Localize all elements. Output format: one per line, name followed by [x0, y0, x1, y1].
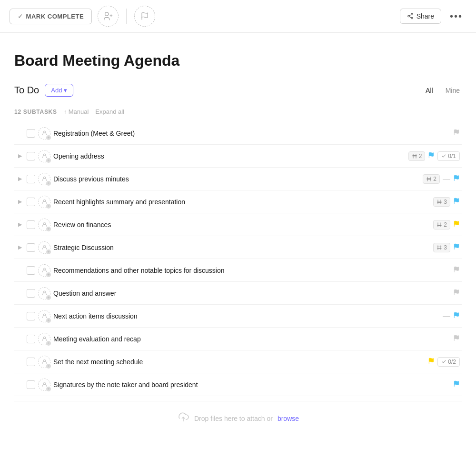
assignee-icon[interactable]	[38, 173, 50, 185]
expand-arrow[interactable]: ▶	[16, 244, 24, 250]
subtask-count-badge: 2	[433, 220, 450, 229]
add-label: Add	[51, 87, 62, 94]
flag-button[interactable]	[134, 6, 155, 27]
assignee-icon[interactable]	[38, 219, 50, 231]
task-row: ▶Review on finances 2	[14, 213, 462, 236]
flag-icon	[140, 12, 149, 20]
assignee-icon[interactable]	[38, 310, 50, 322]
assignee-icon[interactable]	[38, 150, 50, 162]
task-row: ▶Recommendations and other notable topic…	[14, 259, 462, 282]
task-name: Set the next meeting schedule	[53, 358, 425, 366]
add-button[interactable]: Add ▾	[45, 84, 73, 97]
task-row: ▶Meeting evaluation and recap	[14, 328, 462, 350]
task-checkbox[interactable]	[27, 220, 35, 229]
filter-mine-button[interactable]: Mine	[444, 86, 462, 95]
svg-line-7	[409, 17, 411, 18]
flag-icon	[453, 220, 460, 229]
expand-arrow[interactable]: ▶	[16, 199, 24, 205]
flag-icon	[453, 266, 460, 275]
sort-arrow-icon: ↑	[64, 109, 67, 115]
page-title: Board Meeting Agenda	[14, 52, 462, 70]
task-name: Recent highlights summary and presentati…	[53, 198, 430, 206]
browse-link[interactable]: browse	[278, 415, 299, 422]
flag-icon	[453, 243, 460, 252]
task-name: Strategic Discussion	[53, 244, 430, 251]
expand-all-button[interactable]: Expand all	[95, 108, 124, 115]
flag-icon	[453, 289, 460, 298]
svg-point-0	[105, 12, 109, 16]
task-name: Next action items discussion	[53, 312, 440, 320]
task-name: Opening address	[53, 152, 406, 160]
dash-icon: —	[443, 312, 450, 320]
dash-icon: —	[443, 175, 450, 183]
task-checkbox[interactable]	[27, 175, 35, 183]
task-checkbox[interactable]	[27, 358, 35, 366]
task-row: ▶Signatures by the note taker and board …	[14, 373, 462, 396]
task-row: ▶Recent highlights summary and presentat…	[14, 190, 462, 213]
flag-icon	[453, 129, 460, 138]
sort-label: Manual	[69, 108, 89, 115]
task-checkbox[interactable]	[27, 243, 35, 252]
task-checkbox[interactable]	[27, 152, 35, 160]
assignee-icon[interactable]	[38, 379, 50, 391]
task-checkbox[interactable]	[27, 289, 35, 298]
toolbar-right: Share •••	[400, 9, 466, 24]
section-header: To Do Add ▾ All Mine	[14, 84, 462, 97]
share-icon	[407, 13, 414, 20]
subtasks-count: 12 SUBTASKS	[14, 109, 57, 115]
share-label: Share	[416, 12, 434, 20]
assignee-icon[interactable]	[38, 333, 50, 345]
flag-icon	[453, 335, 460, 343]
assignee-icon[interactable]	[38, 287, 50, 299]
assignee-icon[interactable]	[38, 127, 50, 140]
svg-point-4	[411, 13, 413, 15]
svg-point-6	[411, 17, 413, 19]
flag-icon	[453, 175, 460, 183]
task-checkbox[interactable]	[27, 129, 35, 138]
mark-complete-label: MARK COMPLETE	[26, 13, 84, 20]
task-name: Recommendations and other notable topics…	[53, 267, 450, 274]
task-checkbox[interactable]	[27, 198, 35, 206]
subtasks-meta: 12 SUBTASKS ↑ Manual Expand all	[14, 105, 462, 118]
assignee-icon[interactable]	[38, 264, 50, 277]
task-name: Review on finances	[53, 221, 430, 229]
task-row: ▶Opening address 2 0/1	[14, 145, 462, 168]
task-row: ▶Set the next meeting schedule 0/2	[14, 350, 462, 373]
task-list: ▶Registration (Meet & Greet)▶Opening add…	[14, 122, 462, 396]
task-row: ▶Next action items discussion—	[14, 305, 462, 328]
add-member-button[interactable]	[98, 6, 119, 27]
mark-complete-button[interactable]: ✓ MARK COMPLETE	[10, 9, 92, 24]
task-checkbox[interactable]	[27, 266, 35, 275]
completion-badge: 0/2	[437, 357, 460, 367]
expand-arrow[interactable]: ▶	[16, 176, 24, 182]
add-chevron-icon: ▾	[64, 87, 67, 94]
share-button[interactable]: Share	[400, 9, 441, 24]
expand-arrow[interactable]: ▶	[16, 221, 24, 228]
cloud-upload-icon	[177, 412, 189, 425]
subtask-count-badge: 3	[433, 243, 450, 252]
more-options-button[interactable]: •••	[446, 9, 466, 24]
flag-icon	[453, 312, 460, 320]
assignee-icon[interactable]	[38, 356, 50, 368]
task-name: Signatures by the note taker and board p…	[53, 381, 450, 389]
expand-arrow[interactable]: ▶	[16, 153, 24, 159]
task-checkbox[interactable]	[27, 335, 35, 343]
sort-manual-button[interactable]: ↑ Manual	[64, 108, 89, 115]
task-checkbox[interactable]	[27, 312, 35, 320]
flag-icon	[428, 358, 435, 366]
task-row: ▶Registration (Meet & Greet)	[14, 122, 462, 145]
task-row: ▶Strategic Discussion 3	[14, 236, 462, 259]
subtask-count-badge: 3	[433, 197, 450, 207]
subtask-count-badge: 2	[423, 174, 440, 184]
task-checkbox[interactable]	[27, 380, 35, 389]
main-content: Board Meeting Agenda To Do Add ▾ All Min…	[0, 33, 476, 445]
toolbar: ✓ MARK COMPLETE Share •••	[0, 0, 476, 33]
task-name: Question and answer	[53, 289, 450, 297]
assignee-icon[interactable]	[38, 196, 50, 208]
check-icon: ✓	[18, 13, 23, 20]
toolbar-divider	[126, 9, 127, 24]
assignee-icon[interactable]	[38, 241, 50, 254]
flag-icon	[453, 380, 460, 389]
filter-all-button[interactable]: All	[424, 86, 435, 95]
flag-icon	[428, 152, 435, 160]
